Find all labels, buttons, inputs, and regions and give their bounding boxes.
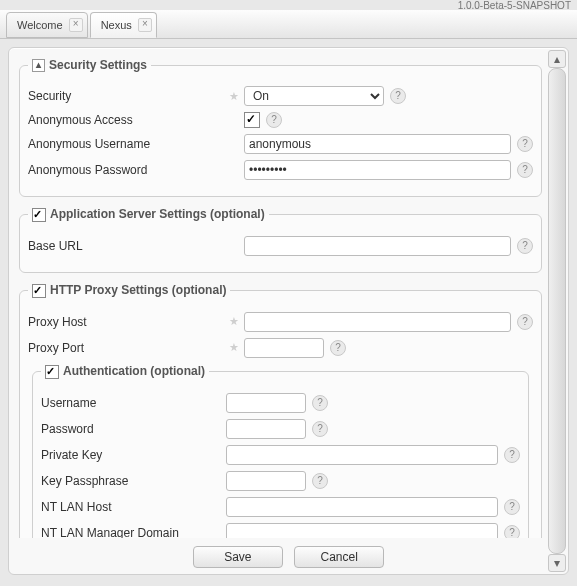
scroll-up-icon[interactable]: ▴	[548, 50, 566, 68]
tab-welcome[interactable]: Welcome ×	[6, 12, 88, 38]
required-icon: ★	[228, 341, 240, 354]
anon-user-label: Anonymous Username	[28, 137, 228, 151]
auth-pass-label: Password	[41, 422, 226, 436]
proxy-port-input[interactable]	[244, 338, 324, 358]
help-icon[interactable]: ?	[517, 314, 533, 330]
auth-privkey-input[interactable]	[226, 445, 498, 465]
baseurl-input[interactable]	[244, 236, 511, 256]
help-icon[interactable]: ?	[312, 395, 328, 411]
auth-pass-input[interactable]	[226, 419, 306, 439]
save-button[interactable]: Save	[193, 546, 283, 568]
tab-label: Welcome	[17, 19, 63, 31]
auth-user-input[interactable]	[226, 393, 306, 413]
checkbox-icon[interactable]	[32, 208, 46, 222]
tab-nexus[interactable]: Nexus ×	[90, 12, 157, 38]
proxy-settings-legend[interactable]: HTTP Proxy Settings (optional)	[28, 283, 230, 298]
close-icon[interactable]: ×	[69, 18, 83, 32]
auth-privkey-label: Private Key	[41, 448, 226, 462]
appserver-settings-group: Application Server Settings (optional) B…	[19, 207, 542, 273]
auth-user-label: Username	[41, 396, 226, 410]
anon-access-label: Anonymous Access	[28, 113, 228, 127]
auth-legend[interactable]: Authentication (optional)	[41, 364, 209, 379]
appserver-settings-legend[interactable]: Application Server Settings (optional)	[28, 207, 269, 222]
anon-pass-label: Anonymous Password	[28, 163, 228, 177]
auth-passphrase-input[interactable]	[226, 471, 306, 491]
help-icon[interactable]: ?	[517, 162, 533, 178]
legend-text: HTTP Proxy Settings (optional)	[50, 283, 226, 297]
required-icon: ★	[228, 315, 240, 328]
security-label: Security	[28, 89, 228, 103]
security-select[interactable]: On	[244, 86, 384, 106]
anon-pass-input[interactable]	[244, 160, 511, 180]
ntlan-host-label: NT LAN Host	[41, 500, 226, 514]
checkbox-icon[interactable]	[32, 284, 46, 298]
checkbox-icon[interactable]	[45, 365, 59, 379]
close-icon[interactable]: ×	[138, 18, 152, 32]
help-icon[interactable]: ?	[312, 473, 328, 489]
form-content: ▴Security Settings Security ★ On ? Anony…	[15, 54, 546, 538]
proxy-host-input[interactable]	[244, 312, 511, 332]
help-icon[interactable]: ?	[504, 499, 520, 515]
help-icon[interactable]: ?	[517, 238, 533, 254]
proxy-settings-group: HTTP Proxy Settings (optional) Proxy Hos…	[19, 283, 542, 538]
proxy-port-label: Proxy Port	[28, 341, 228, 355]
tab-bar: Welcome × Nexus ×	[0, 10, 577, 39]
baseurl-label: Base URL	[28, 239, 228, 253]
help-icon[interactable]: ?	[504, 447, 520, 463]
collapse-icon[interactable]: ▴	[32, 59, 45, 72]
proxy-host-label: Proxy Host	[28, 315, 228, 329]
help-icon[interactable]: ?	[330, 340, 346, 356]
legend-text: Authentication (optional)	[63, 364, 205, 378]
anon-access-checkbox[interactable]	[244, 112, 260, 128]
help-icon[interactable]: ?	[390, 88, 406, 104]
panel: ▴Security Settings Security ★ On ? Anony…	[8, 47, 569, 575]
tab-label: Nexus	[101, 19, 132, 31]
anon-user-input[interactable]	[244, 134, 511, 154]
vertical-scrollbar[interactable]	[548, 68, 566, 554]
ntlan-domain-label: NT LAN Manager Domain	[41, 526, 226, 538]
auth-passphrase-label: Key Passphrase	[41, 474, 226, 488]
ntlan-domain-input[interactable]	[226, 523, 498, 538]
help-icon[interactable]: ?	[266, 112, 282, 128]
help-icon[interactable]: ?	[504, 525, 520, 538]
help-icon[interactable]: ?	[312, 421, 328, 437]
security-settings-group: ▴Security Settings Security ★ On ? Anony…	[19, 58, 542, 197]
version-label: 1.0.0-Beta-5-SNAPSHOT	[458, 0, 571, 11]
legend-text: Application Server Settings (optional)	[50, 207, 265, 221]
security-settings-legend[interactable]: ▴Security Settings	[28, 58, 151, 72]
required-icon: ★	[228, 90, 240, 103]
ntlan-host-input[interactable]	[226, 497, 498, 517]
help-icon[interactable]: ?	[517, 136, 533, 152]
cancel-button[interactable]: Cancel	[294, 546, 384, 568]
legend-text: Security Settings	[49, 58, 147, 72]
auth-group: Authentication (optional) Username ? Pas…	[32, 364, 529, 538]
button-bar: Save Cancel	[9, 546, 568, 568]
